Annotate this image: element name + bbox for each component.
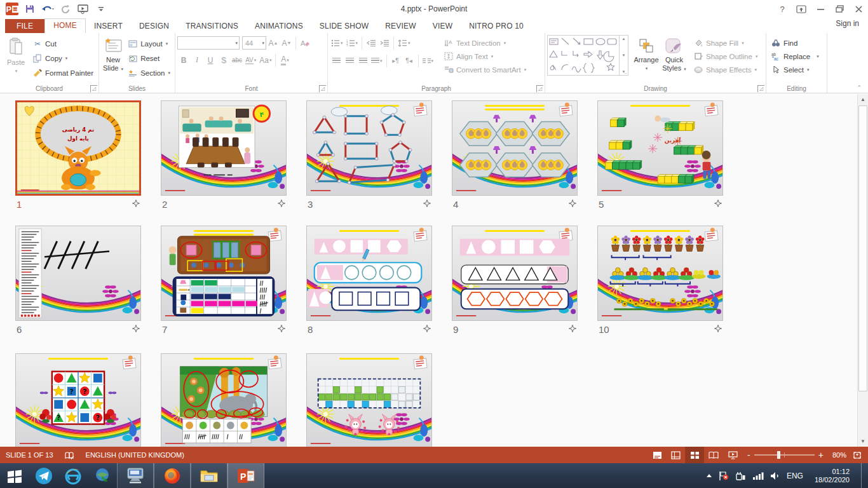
start-button[interactable]: [0, 463, 29, 488]
font-dialog-launcher[interactable]: ◿: [319, 85, 326, 92]
tab-insert[interactable]: INSERT: [86, 20, 131, 33]
sign-in-link[interactable]: Sign in: [836, 19, 859, 28]
slide-10-preview[interactable]: [597, 226, 723, 321]
font-color-button[interactable]: A▾: [278, 53, 291, 67]
telegram-icon[interactable]: [29, 463, 58, 488]
line-spacing-button[interactable]: ▾: [397, 36, 412, 50]
collapse-ribbon-icon[interactable]: ⌃: [857, 85, 862, 91]
ribbon-display-options-icon[interactable]: [792, 1, 811, 17]
increase-indent-button[interactable]: [378, 36, 391, 50]
customize-qat-icon[interactable]: [93, 1, 109, 17]
animation-star-icon[interactable]: [423, 325, 431, 334]
slide-thumbnail-5[interactable]: آفرین5: [597, 100, 723, 210]
align-right-button[interactable]: [356, 54, 369, 67]
slide-3-preview[interactable]: [306, 100, 432, 196]
shape-effects-button[interactable]: Shape Effects▾: [691, 63, 760, 76]
grow-font-button[interactable]: A▲: [267, 36, 280, 50]
font-size-combo[interactable]: 44▾: [242, 36, 266, 50]
idm-icon[interactable]: [88, 463, 117, 488]
slide-1-preview[interactable]: تم 4 ریاضیپایه اول: [15, 100, 141, 196]
scroll-down-arrow[interactable]: ▼: [858, 436, 868, 447]
tab-file[interactable]: FILE: [5, 19, 44, 33]
replace-button[interactable]: abacReplace▾: [768, 50, 822, 63]
animation-star-icon[interactable]: [278, 200, 285, 209]
slideshow-view-button[interactable]: [723, 447, 742, 463]
slide-5-preview[interactable]: آفرین: [597, 100, 723, 196]
fit-to-window-button[interactable]: [850, 447, 868, 463]
tab-animations[interactable]: ANIMATIONS: [247, 20, 311, 33]
strikethrough-button[interactable]: abc: [231, 53, 243, 67]
shadow-button[interactable]: S: [217, 53, 230, 67]
copy-button[interactable]: Copy▾: [30, 51, 96, 65]
start-from-beginning-icon[interactable]: [75, 1, 92, 17]
show-hidden-icons[interactable]: [706, 473, 712, 478]
tab-review[interactable]: REVIEW: [377, 20, 424, 33]
slide-thumbnail-12[interactable]: 12: [161, 353, 287, 447]
animation-star-icon[interactable]: [278, 325, 285, 334]
shapes-scroll-up[interactable]: ▲: [622, 37, 626, 41]
justify-button[interactable]: ▾: [370, 54, 384, 67]
convert-smartart-button[interactable]: Convert to SmartArt▾: [441, 63, 529, 76]
ltr-direction-button[interactable]: ▸¶: [390, 54, 402, 67]
notes-button[interactable]: [649, 447, 666, 463]
slide-thumbnail-8[interactable]: 8: [306, 226, 432, 335]
spellcheck-icon[interactable]: [59, 447, 80, 463]
shapes-gallery[interactable]: ▲ ▼ ▼̲: [547, 35, 628, 76]
taskbar-clock[interactable]: 01:12 18/02/2020: [810, 468, 855, 484]
slide-12-preview[interactable]: [161, 353, 287, 447]
arrange-button[interactable]: Arrange▾: [632, 35, 660, 83]
animation-star-icon[interactable]: [423, 200, 431, 209]
battery-icon[interactable]: [735, 471, 746, 480]
cut-button[interactable]: ✂Cut: [30, 36, 96, 51]
tab-transitions[interactable]: TRANSITIONS: [177, 20, 247, 33]
tab-home[interactable]: HOME: [44, 18, 86, 33]
normal-view-button[interactable]: [666, 447, 685, 463]
font-name-combo[interactable]: ▾: [177, 36, 240, 50]
italic-button[interactable]: I: [191, 53, 203, 67]
underline-button[interactable]: U: [204, 53, 217, 67]
tab-view[interactable]: VIEW: [424, 20, 461, 33]
vertical-scrollbar[interactable]: ▲ ▼: [857, 94, 868, 447]
slide-thumbnail-1[interactable]: تم 4 ریاضیپایه اول1: [15, 100, 141, 210]
tab-slide-show[interactable]: SLIDE SHOW: [311, 20, 377, 33]
slide-thumbnail-7[interactable]: 7: [161, 226, 287, 335]
align-text-button[interactable]: Align Text▾: [441, 50, 529, 63]
numbering-button[interactable]: 123▾: [345, 36, 360, 50]
new-slide-button[interactable]: NewSlide ▾: [101, 35, 125, 83]
zoom-out-button[interactable]: -: [747, 452, 750, 458]
clear-formatting-button[interactable]: A: [299, 36, 311, 50]
align-left-button[interactable]: [330, 54, 342, 67]
network-signal-icon[interactable]: [752, 471, 764, 480]
zoom-slider[interactable]: [754, 454, 815, 456]
firefox-app[interactable]: [154, 463, 191, 488]
slide-indicator[interactable]: SLIDE 1 OF 13: [0, 447, 59, 463]
onscreen-keyboard-app[interactable]: [117, 463, 154, 488]
volume-icon[interactable]: [770, 471, 780, 480]
tab-design[interactable]: DESIGN: [131, 20, 177, 33]
slide-thumbnail-6[interactable]: 6: [15, 226, 141, 335]
animation-star-icon[interactable]: [132, 200, 140, 209]
paste-button[interactable]: Paste▾: [2, 35, 30, 83]
restore-icon[interactable]: [830, 1, 849, 17]
minimize-icon[interactable]: [811, 1, 830, 17]
slide-7-preview[interactable]: [161, 226, 287, 321]
undo-icon[interactable]: [39, 1, 56, 17]
paragraph-dialog-launcher[interactable]: ◿: [536, 85, 543, 92]
slide-thumbnail-10[interactable]: 10: [597, 226, 723, 335]
slide-4-preview[interactable]: [452, 100, 578, 196]
scroll-up-arrow[interactable]: ▲: [858, 94, 868, 105]
shapes-more[interactable]: ▼̲: [622, 70, 626, 74]
tab-nitro-pro-10[interactable]: NITRO PRO 10: [461, 20, 532, 33]
reading-view-button[interactable]: [704, 447, 723, 463]
slide-thumbnail-13[interactable]: 13: [306, 353, 432, 447]
redo-icon[interactable]: [57, 1, 74, 17]
slide-9-preview[interactable]: [452, 226, 578, 321]
zoom-percent[interactable]: 80%: [829, 447, 850, 463]
rtl-direction-button[interactable]: ¶◂: [403, 54, 416, 67]
change-case-button[interactable]: Aa▾: [258, 53, 273, 67]
slide-6-preview[interactable]: [15, 226, 141, 321]
bullets-button[interactable]: ▾: [330, 36, 344, 50]
animation-star-icon[interactable]: [714, 325, 722, 334]
slide-11-preview[interactable]: ????: [15, 353, 141, 447]
section-button[interactable]: Section▾: [125, 65, 173, 80]
